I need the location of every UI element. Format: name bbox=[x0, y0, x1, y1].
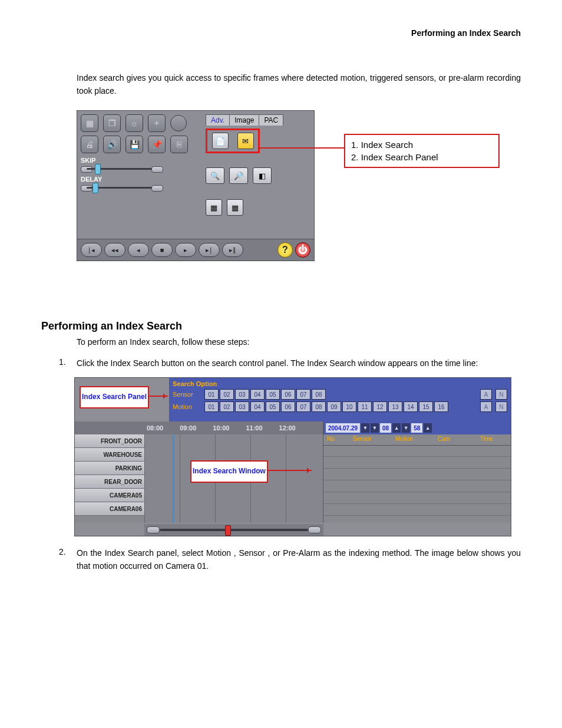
motion-btn-15[interactable]: 15 bbox=[419, 401, 433, 412]
camera-row[interactable]: REAR_DOOR bbox=[75, 475, 144, 489]
hour-down-icon[interactable]: ▼ bbox=[371, 423, 379, 433]
playhead[interactable] bbox=[173, 434, 174, 523]
camera-row[interactable]: CAMERA05 bbox=[75, 489, 144, 502]
skip-label: SKIP bbox=[81, 157, 310, 164]
motion-btn-16[interactable]: 16 bbox=[434, 401, 448, 412]
step-text-2: On the Index Search panel, select Motion… bbox=[77, 547, 521, 572]
motion-btn-11[interactable]: 11 bbox=[358, 401, 372, 412]
camera-row[interactable]: CAMERA06 bbox=[75, 502, 144, 516]
index-date[interactable]: 2004.07.29 bbox=[326, 423, 360, 433]
motion-btn-14[interactable]: 14 bbox=[404, 401, 418, 412]
index-columns: No Sensor Motion Cam Time bbox=[323, 434, 511, 446]
motion-btn-03[interactable]: 03 bbox=[235, 401, 249, 412]
step-text-1: Click the Index Search button on the sea… bbox=[77, 357, 521, 370]
timeline-scrollbar[interactable] bbox=[144, 524, 323, 536]
skip-slider[interactable] bbox=[81, 166, 163, 172]
sensor-btn-01[interactable]: 01 bbox=[204, 389, 219, 400]
index-minute[interactable]: 58 bbox=[411, 423, 422, 433]
callout-connector bbox=[258, 147, 345, 149]
search-option-panel: Search Option Sensor 0102030405060708 A … bbox=[169, 378, 511, 421]
motion-btn-07[interactable]: 07 bbox=[296, 401, 310, 412]
prev-button[interactable]: ◂◂ bbox=[104, 243, 125, 257]
search-option-title: Search Option bbox=[173, 380, 507, 387]
motion-btn-09[interactable]: 09 bbox=[327, 401, 341, 412]
motion-btn-08[interactable]: 08 bbox=[312, 401, 326, 412]
index-search-panel-button[interactable]: ✉ bbox=[237, 133, 254, 149]
camera-row[interactable]: WAREHOUSE bbox=[75, 448, 144, 462]
col-time: Time bbox=[477, 434, 497, 445]
zoom-in-icon[interactable]: 🔍 bbox=[206, 167, 224, 184]
export-icon[interactable]: ⎘ bbox=[170, 136, 188, 153]
rewind-button[interactable]: ◂ bbox=[128, 243, 149, 257]
camera-row[interactable]: FRONT_DOOR bbox=[75, 434, 144, 448]
play-button[interactable]: ▸ bbox=[175, 243, 196, 257]
minute-up-icon[interactable]: ▲ bbox=[424, 423, 432, 433]
time-1100: 11:00 bbox=[246, 424, 262, 431]
calendar2-icon[interactable]: ▦ bbox=[227, 199, 243, 216]
timeline-scroll-knob[interactable] bbox=[225, 525, 231, 536]
motion-btn-06[interactable]: 06 bbox=[281, 401, 295, 412]
zoom-out-icon[interactable]: 🔎 bbox=[229, 167, 248, 184]
motion-btn-12[interactable]: 12 bbox=[373, 401, 387, 412]
next-button[interactable]: ▸∣ bbox=[199, 243, 220, 257]
sensor-btn-04[interactable]: 04 bbox=[250, 389, 265, 400]
date-down-icon[interactable]: ▼ bbox=[361, 423, 369, 433]
time-0800: 08:00 bbox=[147, 424, 163, 431]
sensor-none-button[interactable]: N bbox=[495, 389, 507, 400]
figure1-callout: 1. Index Search 2. Index Search Panel bbox=[344, 134, 500, 168]
sensor-btn-02[interactable]: 02 bbox=[220, 389, 234, 400]
camera-row[interactable]: PARKING bbox=[75, 462, 144, 475]
first-button[interactable]: ∣◂ bbox=[81, 243, 102, 257]
sensor-btn-08[interactable]: 08 bbox=[312, 389, 326, 400]
stop-button[interactable]: ■ bbox=[151, 243, 173, 257]
power-button[interactable]: ⏻ bbox=[295, 242, 310, 258]
window-icon[interactable]: ❐ bbox=[103, 114, 121, 132]
index-search-window: 2004.07.29 ▼ ▼ 08 ▲ ▼ 58 ▲ No Sensor Mot… bbox=[323, 421, 511, 523]
object-search-icon[interactable]: ◧ bbox=[253, 167, 272, 184]
print-icon[interactable]: 🖨 bbox=[81, 136, 98, 153]
figure-control-panel: ▦ ❐ ☼ ＋ 🖨 🔊 💾 📌 ⎘ SKIP DELAY bbox=[77, 110, 521, 293]
save-icon[interactable]: 💾 bbox=[125, 136, 143, 153]
section-intro: To perform an Index search, follow these… bbox=[77, 337, 521, 347]
grid-icon[interactable]: ▦ bbox=[81, 114, 98, 132]
figure-index-search: Index Search Panel Search Option Sensor … bbox=[74, 377, 511, 536]
motion-none-button[interactable]: N bbox=[495, 401, 507, 412]
add-icon[interactable]: ＋ bbox=[148, 114, 166, 132]
motion-all-button[interactable]: A bbox=[480, 401, 492, 412]
motion-btn-04[interactable]: 04 bbox=[250, 401, 265, 412]
sensor-btn-05[interactable]: 05 bbox=[266, 389, 280, 400]
minute-down-icon[interactable]: ▼ bbox=[402, 423, 410, 433]
sensor-btn-06[interactable]: 06 bbox=[281, 389, 295, 400]
audio-icon[interactable]: 🔊 bbox=[103, 136, 121, 153]
help-button[interactable]: ? bbox=[277, 242, 293, 258]
callout-line-2: 2. Index Search Panel bbox=[351, 151, 492, 163]
delay-slider[interactable] bbox=[81, 185, 163, 191]
motion-label: Motion bbox=[173, 403, 201, 410]
motion-btn-01[interactable]: 01 bbox=[204, 401, 219, 412]
motion-btn-13[interactable]: 13 bbox=[388, 401, 402, 412]
time-1200: 12:00 bbox=[279, 424, 296, 431]
tab-pac[interactable]: PAC bbox=[259, 114, 283, 126]
tab-adv[interactable]: Adv. bbox=[206, 114, 230, 126]
sensor-btn-03[interactable]: 03 bbox=[235, 389, 249, 400]
index-search-button[interactable]: 📄 bbox=[212, 133, 229, 149]
callout-index-search-panel: Index Search Panel bbox=[80, 386, 149, 409]
index-hour[interactable]: 08 bbox=[380, 423, 391, 433]
callout-index-search-window: Index Search Window bbox=[190, 460, 268, 483]
pin-icon[interactable]: 📌 bbox=[148, 136, 166, 153]
brightness-icon[interactable]: ☼ bbox=[125, 114, 143, 132]
sensor-btn-07[interactable]: 07 bbox=[296, 389, 310, 400]
option-tabs: Adv. Image PAC bbox=[206, 114, 283, 126]
intro-paragraph: Index search gives you quick access to s… bbox=[77, 72, 521, 97]
calendar-icon[interactable]: ▦ bbox=[206, 199, 222, 216]
last-button[interactable]: ▸∥ bbox=[222, 243, 243, 257]
step-number-1: 1. bbox=[59, 357, 77, 370]
tab-image[interactable]: Image bbox=[229, 114, 259, 126]
motion-btn-10[interactable]: 10 bbox=[342, 401, 356, 412]
motion-btn-05[interactable]: 05 bbox=[266, 401, 280, 412]
motion-btn-02[interactable]: 02 bbox=[220, 401, 234, 412]
refresh-icon[interactable] bbox=[170, 115, 187, 131]
delay-label: DELAY bbox=[81, 176, 310, 183]
sensor-all-button[interactable]: A bbox=[480, 389, 492, 400]
hour-up-icon[interactable]: ▲ bbox=[392, 423, 401, 433]
